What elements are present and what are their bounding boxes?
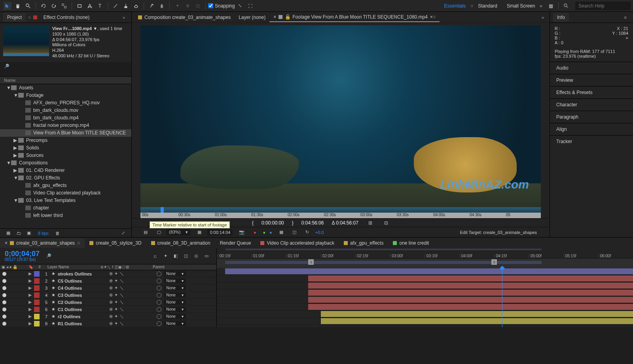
transparent-grid-icon[interactable]: ▦ <box>277 228 285 236</box>
puppet-tool[interactable] <box>158 2 166 10</box>
motion-blur-icon[interactable]: ◎ <box>192 252 200 260</box>
project-tree[interactable]: ▼Assets▼FootageAFX_demo_PRORES_HQ.movbm_… <box>0 84 131 229</box>
pickwhip-icon[interactable] <box>157 314 161 319</box>
clip-bar[interactable] <box>308 283 633 289</box>
in-point[interactable]: 0:00:00:00 <box>262 220 284 226</box>
current-timecode[interactable]: 0;00;04;07 <box>5 250 40 257</box>
layer-row[interactable]: ▶1★strokes Outlines⊕✦＼None ▾ <box>0 270 216 277</box>
parent-dropdown[interactable]: None ▾ <box>164 285 186 290</box>
visibility-toggle[interactable] <box>2 293 6 297</box>
viewer-more-icon[interactable]: » <box>542 15 544 20</box>
timeline-tab[interactable]: one line credit <box>388 238 434 248</box>
layer-row[interactable]: ▶3★C4 Outlines⊕✦＼None ▾ <box>0 285 216 292</box>
roto-tool[interactable] <box>148 2 155 10</box>
tab-info[interactable]: Info <box>553 13 569 22</box>
track[interactable] <box>217 318 633 325</box>
parent-dropdown[interactable]: None ▾ <box>164 278 186 283</box>
parent-dropdown[interactable]: None ▾ <box>164 292 186 298</box>
footage-mini-timeline[interactable] <box>140 207 541 213</box>
tree-item[interactable]: left lower third <box>0 212 131 219</box>
track[interactable] <box>217 289 633 296</box>
expand-icon[interactable]: ⤢ <box>121 230 125 236</box>
roi-icon[interactable]: ◫ <box>290 228 298 236</box>
track[interactable] <box>217 304 633 311</box>
tree-item[interactable]: ▼02. GPU Effects <box>0 174 131 182</box>
tab-project[interactable]: Project <box>3 13 26 22</box>
tree-item[interactable]: ▶Solids <box>0 144 131 152</box>
orbit-tool[interactable] <box>40 2 47 10</box>
clone-tool[interactable] <box>122 2 130 10</box>
current-time[interactable]: 0:00:14:04 <box>207 229 233 236</box>
new-folder-icon[interactable]: 🗀 <box>15 229 23 237</box>
draft-3d-icon[interactable]: ✦ <box>161 252 169 260</box>
track[interactable] <box>217 311 633 318</box>
workspace-small[interactable]: Small Screen <box>507 3 535 9</box>
cube-icon[interactable]: ◫ <box>194 2 202 10</box>
tree-item[interactable]: bm_dark_clouds.mp4 <box>0 114 131 122</box>
selection-tool[interactable] <box>4 2 11 10</box>
screen-icon[interactable]: 🖵 <box>155 228 163 236</box>
search-help-input[interactable] <box>575 2 631 10</box>
tree-item[interactable]: ▼Compositions <box>0 159 131 167</box>
panel-section[interactable]: Effects & Presets <box>550 86 633 98</box>
clip-bar[interactable] <box>308 304 633 310</box>
clip-bar[interactable] <box>321 311 633 317</box>
frame-blend-icon[interactable]: ◫ <box>182 252 190 260</box>
clip-bar[interactable] <box>308 275 633 281</box>
pen-tool[interactable] <box>86 2 94 10</box>
panel-section[interactable]: Paragraph <box>550 111 633 123</box>
panel-section[interactable]: Character <box>550 98 633 111</box>
label-color[interactable] <box>34 285 40 291</box>
playhead[interactable] <box>502 268 502 327</box>
channels-icon[interactable]: ● <box>251 228 259 236</box>
snapshot-icon[interactable]: 📷 <box>238 228 246 236</box>
viewer-canvas[interactable]: LinhMinAZ.com <box>140 25 541 207</box>
tree-item[interactable]: ▶01. C4D Renderer <box>0 167 131 174</box>
graph-editor-icon[interactable]: ▭ <box>203 252 210 260</box>
panel-section[interactable]: Tracker <box>550 135 633 147</box>
label-color[interactable] <box>34 271 40 277</box>
zoom-tool[interactable] <box>24 2 32 10</box>
lock-icon[interactable]: 🔓 <box>285 14 291 20</box>
layer-row[interactable]: ▶6★C1 Outlines⊕✦＼None ▾ <box>0 306 216 313</box>
visibility-toggle[interactable] <box>2 315 6 319</box>
tree-item[interactable]: ▶Sources <box>0 152 131 159</box>
close-icon[interactable]: × <box>430 14 433 20</box>
label-color[interactable] <box>34 314 40 319</box>
alpha-icon[interactable]: ▤ <box>142 228 150 236</box>
workspace-grid-icon[interactable]: ▦ <box>547 2 555 10</box>
tree-item[interactable]: ▼Assets <box>0 84 131 92</box>
tree-item[interactable]: afx_gpu_effects <box>0 182 131 189</box>
out-point[interactable]: 0:04:56:06 <box>301 220 324 226</box>
timeline-tab[interactable]: create_08_3D_animation <box>146 238 215 248</box>
interpret-footage-icon[interactable]: ▦ <box>4 229 12 237</box>
timeline-tab[interactable]: Render Queue <box>215 238 256 248</box>
viewer-tab[interactable]: ×🔓Footage View From A Blue Moon TITLE SE… <box>269 13 440 22</box>
magnification[interactable]: (83%) ▾ <box>167 229 190 236</box>
layer-row[interactable]: ▶7★r2 Outlines⊕✦＼None ▾ <box>0 313 216 320</box>
label-color[interactable] <box>34 278 40 284</box>
track[interactable] <box>217 296 633 304</box>
visibility-toggle[interactable] <box>2 272 6 276</box>
track[interactable] <box>217 282 633 289</box>
clip-bar[interactable] <box>321 318 633 324</box>
layer-row[interactable]: ▶8★R1 Outlines⊕✦＼None ▾ <box>0 320 216 327</box>
panel-section[interactable]: Audio <box>550 62 633 74</box>
expand-icon[interactable]: ⛶ <box>246 2 254 10</box>
clip-bar[interactable] <box>308 290 633 296</box>
workspace-standard[interactable]: Standard <box>478 3 497 9</box>
label-color[interactable] <box>34 307 40 312</box>
work-area-bar[interactable] <box>225 249 542 250</box>
label-color[interactable] <box>34 300 40 305</box>
edit-target[interactable]: Edit Target: create_03_animate_shapes <box>460 230 537 235</box>
parent-dropdown[interactable]: None ▾ <box>164 271 186 276</box>
time-ruler[interactable]: :00:15f01:00f01:15f02:00f02:15f03:00f03:… <box>217 251 633 258</box>
trash-icon[interactable]: 🗑 <box>54 229 62 237</box>
tree-item[interactable]: bm_dark_clouds.mov <box>0 107 131 114</box>
comp-mini-flow-icon[interactable]: ⎌ <box>151 252 159 260</box>
workspace-more-icon[interactable]: » <box>540 3 542 9</box>
camera-tool[interactable] <box>60 2 68 10</box>
panel-more-icon[interactable]: » <box>123 15 125 20</box>
timeline-tab[interactable]: create_05_stylize_3D <box>85 238 146 248</box>
pickwhip-icon[interactable] <box>157 307 161 312</box>
